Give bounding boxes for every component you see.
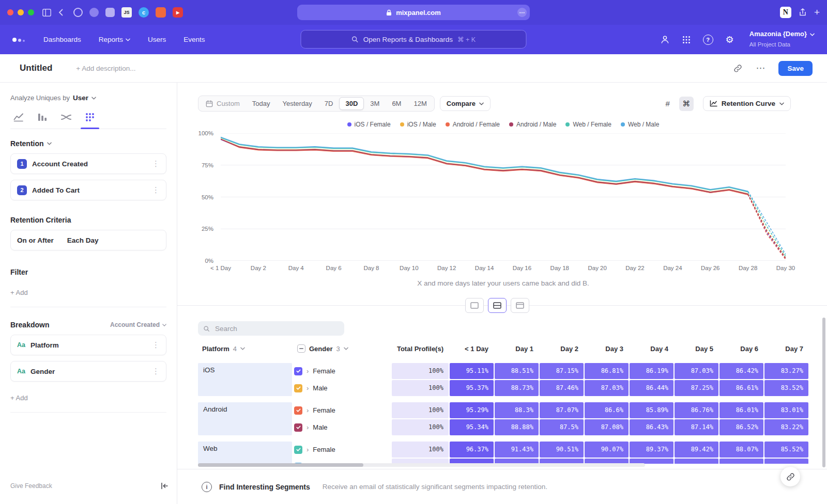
mixpanel-logo[interactable] — [12, 38, 25, 42]
checkbox-checked-icon[interactable] — [294, 384, 302, 392]
value-column-header[interactable]: < 1 Day — [450, 345, 494, 353]
collapse-sidebar-icon[interactable] — [161, 482, 169, 490]
nav-item-dashboards[interactable]: Dashboards — [43, 36, 81, 43]
chevron-right-icon[interactable]: › — [307, 406, 309, 414]
legend-item[interactable]: Android / Female — [446, 121, 500, 128]
criteria-mode-dropdown[interactable]: On or After — [17, 237, 54, 244]
compare-button[interactable]: Compare — [440, 96, 491, 111]
notion-extension-icon[interactable]: N — [780, 7, 791, 18]
checkbox-checked-icon[interactable] — [294, 446, 302, 454]
keyboard-shortcuts-icon[interactable]: ⌘ — [679, 97, 694, 111]
date-range-custom[interactable]: Custom — [200, 97, 246, 110]
youtube-extension-icon[interactable] — [173, 7, 183, 18]
retention-criteria-row[interactable]: On or After Each Day — [10, 230, 166, 250]
back-icon[interactable] — [58, 9, 63, 16]
date-range-30d[interactable]: 30D — [339, 97, 364, 110]
apps-grid-icon[interactable] — [682, 36, 691, 44]
add-description[interactable]: + Add description... — [76, 65, 135, 72]
chevron-right-icon[interactable]: › — [307, 384, 309, 392]
checkbox-checked-icon[interactable] — [294, 423, 302, 432]
legend-item[interactable]: iOS / Male — [400, 121, 436, 128]
nav-item-users[interactable]: Users — [148, 36, 166, 43]
annotations-hash-icon[interactable]: # — [661, 97, 675, 111]
criteria-interval-dropdown[interactable]: Each Day — [67, 237, 99, 244]
minimize-window-icon[interactable] — [18, 9, 24, 15]
table-only-view-icon[interactable] — [511, 298, 529, 313]
gender-row[interactable]: ›Male — [293, 419, 391, 435]
report-title[interactable]: Untitled — [20, 63, 52, 73]
retention-step-2[interactable]: 2 Added To Cart ⋮ — [10, 180, 166, 200]
value-column-header[interactable]: Day 6 — [719, 345, 763, 353]
horizontal-scrollbar[interactable] — [198, 463, 645, 467]
gitlab-extension-icon[interactable] — [156, 7, 166, 18]
value-column-header[interactable]: Day 7 — [764, 345, 808, 353]
table-search[interactable] — [198, 321, 344, 336]
legend-item[interactable]: Android / Male — [509, 121, 556, 128]
platform-column-header[interactable]: Platform 4 — [198, 345, 292, 353]
share-link-floating-button[interactable] — [780, 467, 800, 486]
breakdown-gender[interactable]: Aa Gender ⋮ — [10, 361, 166, 382]
add-filter-button[interactable]: + Add — [10, 289, 166, 307]
checkbox-indeterminate-icon[interactable] — [297, 344, 305, 353]
checkbox-checked-icon[interactable] — [294, 367, 302, 375]
save-button[interactable]: Save — [778, 61, 813, 76]
date-range-12m[interactable]: 12M — [407, 97, 433, 110]
data-management-icon[interactable] — [660, 35, 670, 44]
analyze-value-dropdown[interactable]: User — [73, 94, 88, 102]
chevron-right-icon[interactable]: › — [307, 446, 309, 453]
gender-column-header[interactable]: Gender 3 — [293, 344, 391, 353]
horizontal-scrollbar-thumb[interactable] — [198, 463, 363, 467]
platform-group-cell[interactable]: Android — [198, 402, 292, 435]
breakdown-scope-dropdown[interactable]: Account Created — [110, 321, 166, 328]
retention-section-header[interactable]: Retention — [10, 139, 166, 148]
series-line-web-male[interactable] — [221, 137, 748, 191]
nav-item-reports[interactable]: Reports — [99, 36, 130, 43]
share-icon[interactable] — [799, 8, 806, 17]
date-range-7d[interactable]: 7D — [318, 97, 340, 110]
dot-extension-icon[interactable] — [89, 8, 99, 17]
copy-link-icon[interactable] — [733, 64, 742, 73]
value-column-header[interactable]: Total Profile(s) — [392, 345, 449, 353]
tab-funnels-icon[interactable] — [36, 112, 49, 122]
browser-sidebar-toggle-icon[interactable] — [42, 9, 51, 17]
kebab-menu-icon[interactable]: ⋮ — [152, 367, 160, 376]
date-range-today[interactable]: Today — [246, 97, 277, 110]
tab-flows-icon[interactable] — [60, 112, 72, 122]
value-column-header[interactable]: Day 5 — [675, 345, 718, 353]
value-column-header[interactable]: Day 3 — [585, 345, 629, 353]
settings-gear-icon[interactable]: ⚙ — [726, 34, 734, 45]
circle-extension-icon[interactable] — [139, 7, 149, 18]
checkbox-checked-icon[interactable] — [294, 406, 302, 415]
give-feedback-link[interactable]: Give Feedback — [10, 482, 52, 490]
more-options-icon[interactable]: ⋯ — [756, 62, 765, 74]
breakdown-platform[interactable]: Aa Platform ⋮ — [10, 335, 166, 355]
nav-item-events[interactable]: Events — [183, 36, 205, 43]
cube-extension-icon[interactable] — [105, 8, 115, 17]
date-range-3m[interactable]: 3M — [364, 97, 386, 110]
date-range-yesterday[interactable]: Yesterday — [277, 97, 318, 110]
retention-step-1[interactable]: 1 Account Created ⋮ — [10, 153, 166, 174]
split-view-icon[interactable] — [488, 298, 507, 313]
kebab-menu-icon[interactable]: ⋮ — [152, 159, 160, 168]
gender-row[interactable]: ›Female — [293, 442, 391, 458]
platform-group-cell[interactable]: Web — [198, 442, 292, 464]
account-menu[interactable]: Amazonia {Demo} All Project Data — [749, 30, 815, 49]
vertical-scrollbar[interactable] — [822, 318, 825, 467]
help-icon[interactable]: ? — [703, 35, 713, 45]
add-breakdown-button[interactable]: + Add — [10, 394, 166, 413]
value-column-header[interactable]: Day 2 — [540, 345, 584, 353]
legend-item[interactable]: iOS / Female — [347, 121, 391, 128]
date-range-6m[interactable]: 6M — [386, 97, 407, 110]
chevron-right-icon[interactable]: › — [307, 423, 309, 431]
value-column-header[interactable]: Day 4 — [630, 345, 673, 353]
table-search-input[interactable] — [214, 324, 330, 333]
clock-extension-icon[interactable] — [73, 8, 83, 17]
tab-insights-icon[interactable] — [12, 112, 25, 122]
chart-only-view-icon[interactable] — [465, 298, 484, 313]
gender-row[interactable]: ›Female — [293, 363, 391, 379]
global-search[interactable]: Open Reports & Dashboards ⌘ + K — [301, 30, 527, 49]
value-column-header[interactable]: Day 1 — [495, 345, 539, 353]
gender-row[interactable]: ›Female — [293, 402, 391, 418]
address-more-icon[interactable]: ⋯ — [517, 8, 527, 17]
kebab-menu-icon[interactable]: ⋮ — [152, 185, 160, 195]
